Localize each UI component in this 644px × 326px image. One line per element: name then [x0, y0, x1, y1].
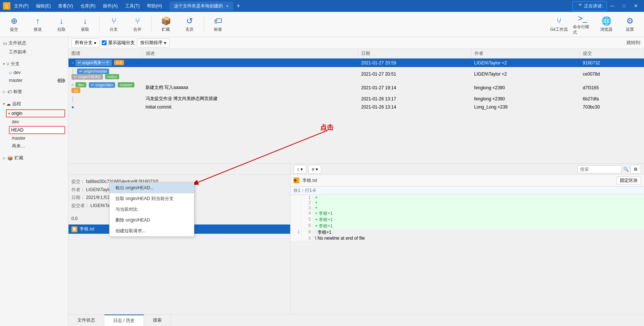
table-row[interactable]: │ 冯龙提交作业 博文尚美静态网页搭建 2021-01-26 13:17 fen… [68, 94, 644, 103]
diff-line-content: + 李根+1 [313, 217, 644, 223]
menu-action[interactable]: 操作(A) [101, 2, 119, 10]
menu-edit[interactable]: 编辑(E) [34, 2, 52, 10]
settings-button[interactable]: ⚙ 设置 [619, 14, 641, 35]
diff-settings-button[interactable]: ⚙ [630, 165, 641, 174]
origin-label: origin [11, 111, 22, 116]
fetch-label: 获取 [81, 27, 89, 32]
table-row[interactable]: ○ ↵ origin/再来一个 0.0 2021-01-27 20:59 LIG… [68, 59, 644, 67]
branch-tag-origin-master: ↵ origin/master [77, 69, 110, 74]
author-cell-4: fenglong <2390 [471, 94, 580, 103]
branches-label: 分支 [11, 61, 20, 67]
diff-line-num2: 4 [302, 210, 313, 217]
diff-search-icon: 🔍 [623, 167, 629, 172]
branch-master-item[interactable]: master 11 [0, 77, 68, 84]
voice-label: 正在讲述: [584, 3, 603, 9]
branch-label: 分支 [110, 27, 118, 32]
menu-file[interactable]: 文件(F) [13, 2, 30, 10]
maximize-button[interactable]: □ [619, 2, 629, 10]
show-remote-checkbox-label[interactable]: 显示远端分支 [102, 40, 135, 46]
diff-view: ↕ ▾ ≡ ▾ 🔍 ⚙ [291, 164, 644, 314]
menu-repo[interactable]: 仓库(R) [79, 2, 97, 10]
fetch-button[interactable]: ↓ 获取 [74, 14, 96, 35]
origin-head-item[interactable]: HEAD [9, 126, 65, 134]
menu-tools[interactable]: 工具(T) [124, 2, 141, 10]
fixed-block-button[interactable]: 固定区块 [617, 176, 641, 184]
desc-cell-1 [142, 59, 358, 67]
context-menu-delete[interactable]: 删除 origin/HEAD [110, 215, 194, 226]
pull-button[interactable]: ↓ 拉取 [50, 14, 73, 35]
diff-line-num1 [291, 195, 302, 200]
hash-cell-2: ce0078d [580, 67, 644, 81]
discard-label: 丢弃 [185, 27, 194, 32]
all-branches-button[interactable]: 所有分支 ▾ [71, 39, 100, 47]
branch-button[interactable]: ⑂ 分支 [103, 14, 125, 35]
push-button[interactable]: ↑ 推送 [27, 14, 49, 35]
tags-header[interactable]: ▷ 🏷 标签 [0, 87, 68, 96]
context-menu-create-pr[interactable]: 创建拉取请求... [110, 226, 194, 236]
origin-master-item[interactable]: master [0, 134, 68, 142]
diff-line-num1 [291, 205, 302, 210]
show-remote-label: 显示远端分支 [108, 40, 135, 46]
branches-header[interactable]: ▾ ⑂ 分支 [0, 59, 68, 69]
diff-line-num2: 3 [302, 205, 313, 210]
menu-help[interactable]: 帮助(H) [145, 2, 164, 10]
graph-cell-3: ○ dev ↵ origin/dev master 11 [68, 81, 142, 94]
show-remote-checkbox[interactable] [102, 40, 107, 45]
context-menu-checkout[interactable]: 检出 origin/HEAD... [110, 183, 194, 193]
table-row[interactable]: ○ dev ↵ origin/dev master 11 新建文档 写入aaaa… [68, 81, 644, 94]
diff-line: 3 + [291, 205, 644, 210]
settings-label: 设置 [626, 27, 634, 32]
browser-button[interactable]: 🌐 浏览器 [595, 14, 617, 35]
branch-tag-origin-head: ↵ origin/HEAD [71, 74, 103, 80]
diff-line-num1 [291, 200, 302, 205]
tag-label: 标签 [214, 27, 222, 32]
origin-header[interactable]: ▾ origin [8, 111, 63, 116]
file-status-icon: ▭ [3, 41, 7, 46]
table-row[interactable]: ● Initial commit 2021-01-26 13:14 Long_L… [68, 103, 644, 111]
diff-options-button[interactable]: ≡ ▾ [308, 165, 321, 174]
context-menu-pull[interactable]: 拉取 origin/HEAD 到当前分支 [110, 193, 194, 204]
stash-label: 贮藏 [162, 27, 170, 32]
menu-bar: 文件(F) 编辑(E) 查看(V) 仓库(R) 操作(A) 工具(T) 帮助(H… [13, 2, 164, 10]
git-flow-button[interactable]: ⑂ Git工作流 [548, 14, 570, 35]
stash-header[interactable]: ▷ 📦 贮藏 [0, 153, 68, 163]
toolbar-separator-2 [151, 17, 152, 32]
desc-column-header: 描述 [142, 49, 358, 59]
file-status-header[interactable]: ▭ 文件状态 [0, 39, 68, 48]
work-copy-item[interactable]: 工作副本 [0, 48, 68, 56]
discard-button[interactable]: ↺ 丢弃 [178, 14, 201, 35]
commit-column-header: 提交 [580, 49, 644, 59]
sort-button[interactable]: 按日期排序 ▾ [137, 39, 170, 47]
diff-line-num1 [291, 210, 302, 217]
origin-group[interactable]: ▾ origin [6, 109, 65, 117]
tab-log-history[interactable]: 日志 / 历史 [104, 315, 144, 326]
date-column-header: 日期 [358, 49, 471, 59]
commit-list: ○ ↵ origin/再来一个 0.0 2021-01-27 20:59 LIG… [68, 59, 644, 111]
new-tab-button[interactable]: + [235, 2, 242, 10]
stash-button[interactable]: 📦 贮藏 [155, 14, 177, 35]
minimize-button[interactable]: — [607, 2, 617, 10]
table-row[interactable]: │ ↵ origin/master ↵ origin/HEAD mdzz 202… [68, 67, 644, 81]
sort-diff-button[interactable]: ↕ ▾ [294, 165, 306, 174]
terminal-button[interactable]: >_ 命令行模式 [571, 14, 594, 35]
tag-button[interactable]: 🏷 标签 [207, 14, 229, 35]
branch-dev-item[interactable]: ○ dev [0, 69, 68, 77]
close-button[interactable]: ✕ [631, 2, 641, 10]
remote-header[interactable]: ▾ ☁ 远程 [0, 99, 68, 109]
tab-file-status[interactable]: 文件状态 [68, 315, 104, 326]
graph-dot-5: ● [71, 104, 74, 110]
tab-search[interactable]: 搜索 [144, 315, 171, 326]
graph-cell-4: │ [68, 94, 142, 103]
commit-button[interactable]: ⊕ 提交 [3, 14, 25, 35]
context-menu-compare[interactable]: 与当前对比 [110, 204, 194, 215]
diff-line-num1 [291, 236, 302, 241]
origin-zailaiyi-item[interactable]: 再来… [0, 142, 68, 150]
tab-close-button[interactable]: ✕ [226, 4, 229, 8]
menu-view[interactable]: 查看(V) [57, 2, 74, 10]
origin-dev-item[interactable]: dev [0, 118, 68, 126]
active-tab[interactable]: 这个文件夹是本地创建的 ✕ [170, 1, 233, 11]
merge-button[interactable]: ⑂ 合并 [126, 14, 148, 35]
diff-search-input[interactable] [577, 165, 622, 173]
branches-section: ▾ ⑂ 分支 ○ dev master 11 [0, 58, 68, 86]
diff-line-content: \ No newline at end of file [313, 236, 644, 241]
